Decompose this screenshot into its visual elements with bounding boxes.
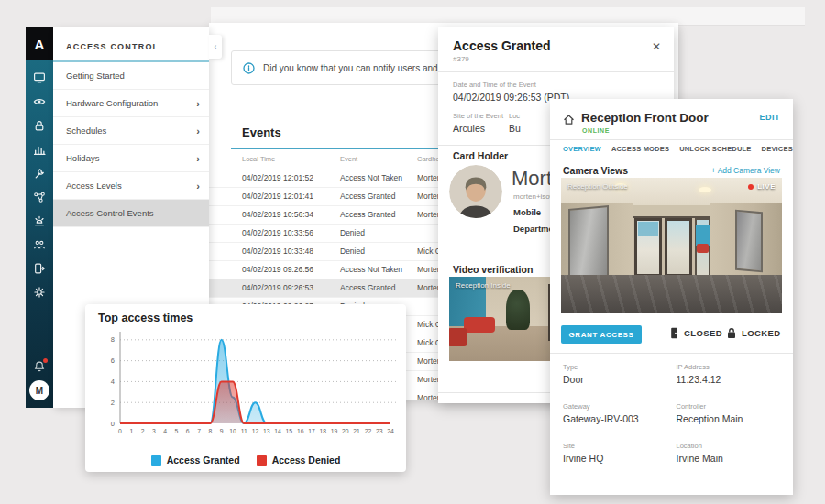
video-verification-label: Video verification [453, 264, 533, 275]
detail-value: 11.23.4.12 [676, 374, 781, 385]
scene-red-couch [697, 244, 709, 253]
sidebar-item-holidays[interactable]: Holidays› [53, 145, 209, 172]
decor [675, 333, 676, 334]
gear-icon[interactable] [33, 286, 46, 299]
decor: 16 [297, 428, 304, 434]
cell-event: Access Not Taken [340, 170, 402, 187]
legend-item-access-granted: Access Granted [151, 455, 240, 466]
scene-door-header [632, 205, 710, 218]
decor: 17 [308, 428, 315, 434]
detail-label: IP Address [676, 363, 781, 371]
avatar[interactable]: M [29, 380, 50, 400]
decor: 8 [111, 335, 115, 344]
decor: 0 [118, 428, 122, 434]
cell-event: Access Granted [340, 279, 395, 297]
door-tabs: OVERVIEWACCESS MODESUNLOCK SCHEDULEDEVIC… [563, 145, 793, 153]
live-dot-icon [748, 184, 754, 190]
tab-unlock-schedule[interactable]: UNLOCK SCHEDULE [679, 145, 751, 153]
tab-access-modes[interactable]: ACCESS MODES [611, 145, 669, 153]
column-local-time: Local Time [242, 155, 275, 163]
location-value: Bu [509, 123, 521, 134]
sidebar-item-access-levels[interactable]: Access Levels› [53, 172, 209, 200]
menu-collapse-button[interactable]: ‹ [209, 35, 222, 59]
decor [38, 170, 43, 174]
decor [33, 71, 46, 84]
decor: 8 [208, 428, 212, 434]
sidebar-item-schedules[interactable]: Schedules› [53, 117, 209, 145]
detail-value: Gateway-IRV-003 [563, 413, 667, 424]
alarm-icon[interactable] [33, 214, 46, 227]
decor [449, 165, 502, 218]
home-icon [563, 114, 575, 126]
scene-light [698, 187, 711, 192]
decor [33, 286, 46, 299]
sidebar-item-access-control-events[interactable]: Access Control Events [53, 200, 209, 227]
cell-local-time: 04/02/2019 12:01:52 [242, 170, 314, 187]
wrench-icon[interactable] [33, 167, 46, 180]
decor [36, 362, 44, 368]
decor [36, 125, 43, 130]
sidebar-item-label: Access Levels [66, 181, 196, 191]
sidebar-icon-list [33, 71, 46, 299]
decor: 6 [111, 356, 115, 365]
datetime-label: Date and Time of the Event [453, 81, 569, 89]
users-icon[interactable] [33, 238, 46, 251]
scene-blue-wall-glimpse [696, 225, 710, 246]
cell-event: Access Granted [340, 188, 395, 205]
reports-icon[interactable] [33, 143, 46, 156]
scene-red-sofa [464, 317, 495, 333]
detail-value: Irvine Main [676, 453, 781, 464]
detail-label: Location [676, 442, 781, 450]
sidebar-item-hardware-configuration[interactable]: Hardware Configuration› [53, 90, 209, 117]
sidebar-item-label: Getting Started [66, 71, 200, 81]
lock-icon[interactable] [33, 119, 46, 132]
decor: 14 [274, 428, 281, 434]
closed-label: CLOSED [684, 328, 722, 338]
sidebar-item-label: Schedules [66, 126, 196, 136]
decor [33, 95, 46, 108]
camera-label: Reception Inside [456, 281, 511, 290]
decor [38, 290, 42, 295]
decor: 3 [152, 428, 156, 434]
chart-legend: Access GrantedAccess Denied [85, 455, 406, 466]
scene-floor-streaks [561, 275, 782, 313]
grant-access-button[interactable]: GRANT ACCESS [561, 325, 642, 344]
add-camera-view-link[interactable]: + Add Camera View [711, 166, 780, 175]
sidebar-item-getting-started[interactable]: Getting Started [53, 62, 209, 90]
decor: 11 [241, 428, 248, 434]
events-title: Events [242, 126, 281, 139]
decor [730, 329, 733, 333]
tab-devices[interactable]: DEVICES [762, 145, 793, 153]
camera-views-label: Camera Views [563, 165, 628, 176]
decor [36, 264, 41, 273]
decor: 4 [111, 378, 115, 386]
video-wall-icon[interactable] [33, 71, 46, 84]
detail-field-type: TypeDoor [563, 363, 667, 385]
bell-icon[interactable] [33, 360, 46, 373]
notification-badge [43, 358, 48, 363]
cardholder-section-label: Card Holder [453, 150, 508, 161]
app-logo[interactable]: A [26, 27, 53, 60]
live-indicator: LIVE [748, 182, 776, 191]
tab-overview[interactable]: OVERVIEW [563, 145, 601, 153]
camera-label: Reception Outside [567, 182, 628, 191]
sidebar-item-label: Access Control Events [66, 208, 200, 218]
decor: 19 [331, 428, 338, 434]
decor: 21 [353, 428, 360, 434]
edit-button[interactable]: EDIT [759, 113, 780, 122]
site-field: Site of the Event Arcules [453, 112, 503, 134]
exit-icon[interactable] [33, 262, 46, 275]
detail-value: Reception Main [676, 413, 781, 424]
decor: 22 [365, 428, 372, 434]
close-icon[interactable]: ✕ [652, 40, 661, 53]
column-event: Event [340, 155, 358, 163]
scene-blue-reflection [638, 222, 658, 236]
eye-icon[interactable] [33, 95, 46, 108]
decor [37, 220, 41, 223]
workflow-icon[interactable] [33, 191, 46, 203]
cardholder-photo [449, 165, 502, 218]
decor: 7 [197, 428, 201, 434]
live-camera-feed[interactable]: Reception Outside LIVE [561, 178, 782, 313]
reception-front-door-panel: Reception Front Door ONLINE EDIT OVERVIE… [550, 99, 793, 495]
decor: 12 [252, 428, 259, 434]
